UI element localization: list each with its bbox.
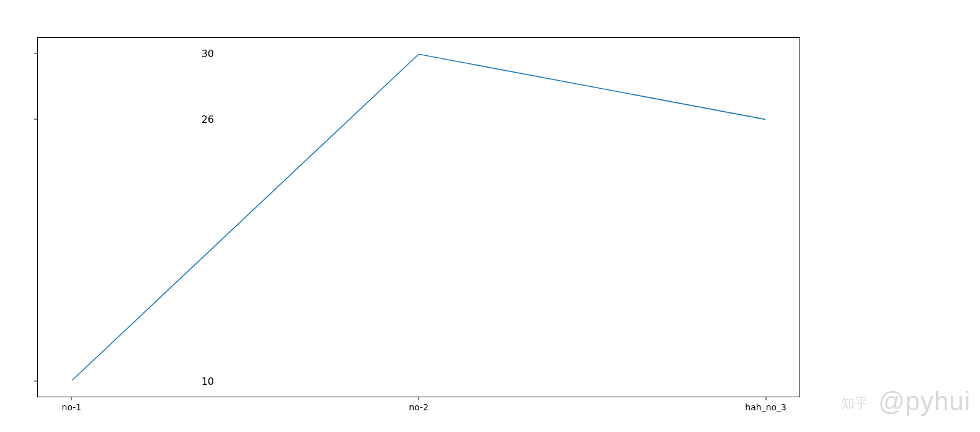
y-tick-mark: [34, 380, 37, 381]
y-tick-label: 26: [189, 113, 214, 125]
x-tick-mark: [419, 397, 419, 400]
svg-text:知乎: 知乎: [841, 396, 869, 411]
x-tick-mark: [71, 397, 72, 400]
x-tick-mark: [765, 397, 766, 400]
x-tick-label: no-1: [62, 402, 82, 412]
watermark: 知乎 @pyhui: [841, 387, 971, 416]
y-tick-label: 30: [189, 48, 214, 60]
watermark-text: @pyhui: [878, 387, 971, 416]
zhihu-logo-icon: 知乎: [841, 387, 871, 416]
chart-plot-area: [37, 37, 800, 397]
x-tick-label: hah_no_3: [745, 402, 786, 412]
y-tick-label: 10: [189, 375, 214, 387]
y-tick-mark: [34, 119, 37, 119]
line-series: [38, 38, 800, 397]
y-tick-mark: [34, 53, 37, 54]
x-tick-label: no-2: [409, 402, 429, 412]
